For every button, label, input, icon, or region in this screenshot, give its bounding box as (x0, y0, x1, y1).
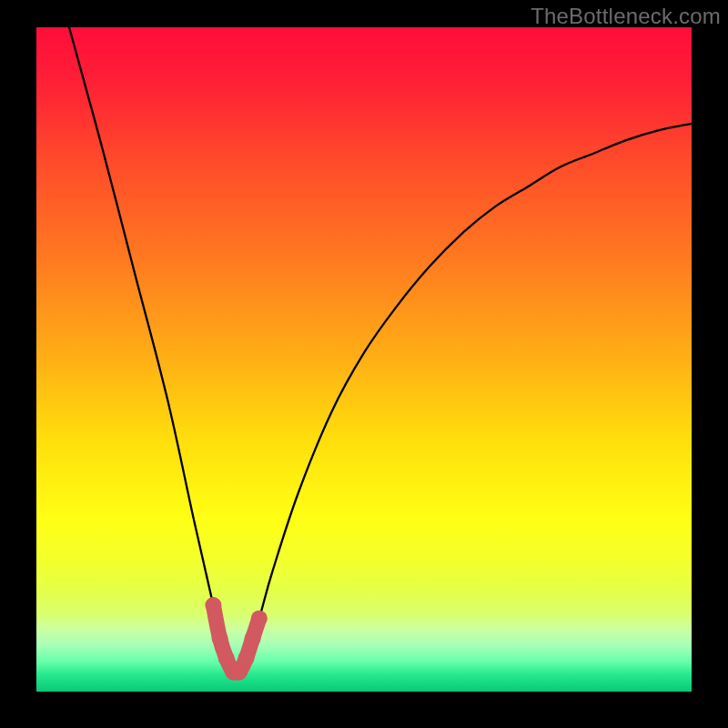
highlight-bead (212, 631, 228, 647)
plot-area (36, 27, 692, 692)
highlight-bead (238, 651, 254, 667)
highlight-bead (251, 611, 268, 627)
watermark-text: TheBottleneck.com (531, 4, 721, 29)
highlight-bead (205, 597, 221, 613)
chart-frame: TheBottleneck.com (0, 0, 728, 728)
curve-layer (36, 27, 692, 692)
bottleneck-curve (69, 27, 692, 673)
highlight-dots (205, 597, 267, 680)
highlight-bead (245, 631, 261, 647)
